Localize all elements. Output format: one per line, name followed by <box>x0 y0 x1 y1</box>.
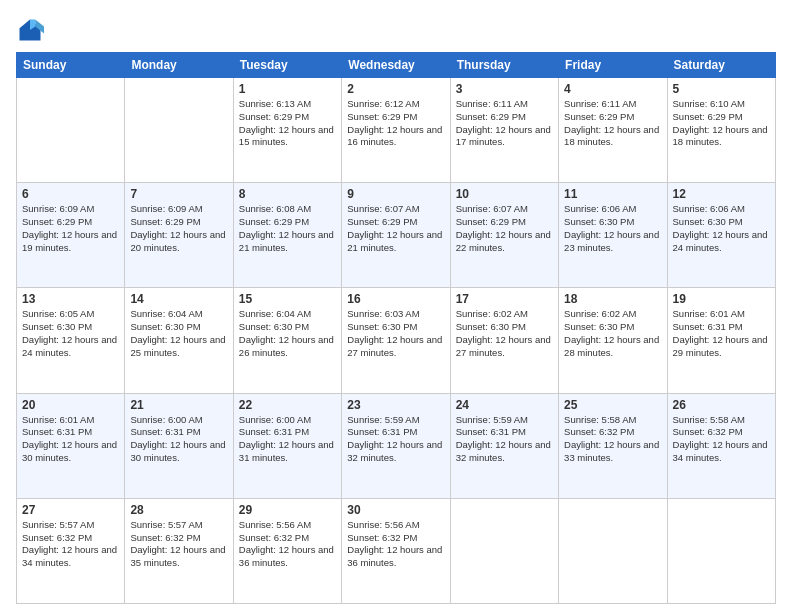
week-row-2: 6Sunrise: 6:09 AM Sunset: 6:29 PM Daylig… <box>17 183 776 288</box>
day-info: Sunrise: 6:02 AM Sunset: 6:30 PM Dayligh… <box>564 308 661 359</box>
day-number: 8 <box>239 187 336 201</box>
day-info: Sunrise: 5:58 AM Sunset: 6:32 PM Dayligh… <box>673 414 770 465</box>
day-info: Sunrise: 6:06 AM Sunset: 6:30 PM Dayligh… <box>564 203 661 254</box>
day-number: 19 <box>673 292 770 306</box>
day-number: 30 <box>347 503 444 517</box>
header-row: SundayMondayTuesdayWednesdayThursdayFrid… <box>17 53 776 78</box>
day-cell: 4Sunrise: 6:11 AM Sunset: 6:29 PM Daylig… <box>559 78 667 183</box>
col-header-wednesday: Wednesday <box>342 53 450 78</box>
day-number: 17 <box>456 292 553 306</box>
day-number: 16 <box>347 292 444 306</box>
day-number: 13 <box>22 292 119 306</box>
day-info: Sunrise: 6:09 AM Sunset: 6:29 PM Dayligh… <box>22 203 119 254</box>
day-number: 24 <box>456 398 553 412</box>
day-cell: 10Sunrise: 6:07 AM Sunset: 6:29 PM Dayli… <box>450 183 558 288</box>
day-info: Sunrise: 6:07 AM Sunset: 6:29 PM Dayligh… <box>456 203 553 254</box>
day-cell <box>125 78 233 183</box>
day-cell: 28Sunrise: 5:57 AM Sunset: 6:32 PM Dayli… <box>125 498 233 603</box>
day-number: 14 <box>130 292 227 306</box>
day-info: Sunrise: 6:08 AM Sunset: 6:29 PM Dayligh… <box>239 203 336 254</box>
day-info: Sunrise: 6:12 AM Sunset: 6:29 PM Dayligh… <box>347 98 444 149</box>
day-cell: 1Sunrise: 6:13 AM Sunset: 6:29 PM Daylig… <box>233 78 341 183</box>
day-number: 1 <box>239 82 336 96</box>
day-cell: 14Sunrise: 6:04 AM Sunset: 6:30 PM Dayli… <box>125 288 233 393</box>
day-cell <box>17 78 125 183</box>
day-cell <box>450 498 558 603</box>
day-cell: 24Sunrise: 5:59 AM Sunset: 6:31 PM Dayli… <box>450 393 558 498</box>
day-number: 21 <box>130 398 227 412</box>
col-header-friday: Friday <box>559 53 667 78</box>
day-number: 15 <box>239 292 336 306</box>
col-header-tuesday: Tuesday <box>233 53 341 78</box>
day-cell: 25Sunrise: 5:58 AM Sunset: 6:32 PM Dayli… <box>559 393 667 498</box>
day-info: Sunrise: 6:10 AM Sunset: 6:29 PM Dayligh… <box>673 98 770 149</box>
day-info: Sunrise: 5:57 AM Sunset: 6:32 PM Dayligh… <box>130 519 227 570</box>
day-cell: 16Sunrise: 6:03 AM Sunset: 6:30 PM Dayli… <box>342 288 450 393</box>
day-cell: 21Sunrise: 6:00 AM Sunset: 6:31 PM Dayli… <box>125 393 233 498</box>
day-cell: 11Sunrise: 6:06 AM Sunset: 6:30 PM Dayli… <box>559 183 667 288</box>
page: SundayMondayTuesdayWednesdayThursdayFrid… <box>0 0 792 612</box>
day-cell: 2Sunrise: 6:12 AM Sunset: 6:29 PM Daylig… <box>342 78 450 183</box>
day-number: 6 <box>22 187 119 201</box>
day-number: 22 <box>239 398 336 412</box>
day-number: 27 <box>22 503 119 517</box>
day-info: Sunrise: 6:05 AM Sunset: 6:30 PM Dayligh… <box>22 308 119 359</box>
day-cell: 17Sunrise: 6:02 AM Sunset: 6:30 PM Dayli… <box>450 288 558 393</box>
day-number: 4 <box>564 82 661 96</box>
col-header-saturday: Saturday <box>667 53 775 78</box>
day-cell: 19Sunrise: 6:01 AM Sunset: 6:31 PM Dayli… <box>667 288 775 393</box>
day-number: 25 <box>564 398 661 412</box>
day-cell: 5Sunrise: 6:10 AM Sunset: 6:29 PM Daylig… <box>667 78 775 183</box>
day-cell: 6Sunrise: 6:09 AM Sunset: 6:29 PM Daylig… <box>17 183 125 288</box>
day-cell: 22Sunrise: 6:00 AM Sunset: 6:31 PM Dayli… <box>233 393 341 498</box>
day-info: Sunrise: 6:04 AM Sunset: 6:30 PM Dayligh… <box>130 308 227 359</box>
day-cell <box>667 498 775 603</box>
logo-icon <box>16 16 44 44</box>
day-cell: 15Sunrise: 6:04 AM Sunset: 6:30 PM Dayli… <box>233 288 341 393</box>
col-header-monday: Monday <box>125 53 233 78</box>
day-info: Sunrise: 6:11 AM Sunset: 6:29 PM Dayligh… <box>456 98 553 149</box>
week-row-4: 20Sunrise: 6:01 AM Sunset: 6:31 PM Dayli… <box>17 393 776 498</box>
day-info: Sunrise: 6:02 AM Sunset: 6:30 PM Dayligh… <box>456 308 553 359</box>
day-number: 10 <box>456 187 553 201</box>
week-row-1: 1Sunrise: 6:13 AM Sunset: 6:29 PM Daylig… <box>17 78 776 183</box>
day-number: 3 <box>456 82 553 96</box>
day-info: Sunrise: 5:58 AM Sunset: 6:32 PM Dayligh… <box>564 414 661 465</box>
day-info: Sunrise: 6:06 AM Sunset: 6:30 PM Dayligh… <box>673 203 770 254</box>
day-number: 18 <box>564 292 661 306</box>
day-cell: 27Sunrise: 5:57 AM Sunset: 6:32 PM Dayli… <box>17 498 125 603</box>
day-info: Sunrise: 6:03 AM Sunset: 6:30 PM Dayligh… <box>347 308 444 359</box>
week-row-3: 13Sunrise: 6:05 AM Sunset: 6:30 PM Dayli… <box>17 288 776 393</box>
header <box>16 16 776 44</box>
day-number: 28 <box>130 503 227 517</box>
day-cell: 7Sunrise: 6:09 AM Sunset: 6:29 PM Daylig… <box>125 183 233 288</box>
day-info: Sunrise: 5:59 AM Sunset: 6:31 PM Dayligh… <box>456 414 553 465</box>
day-number: 12 <box>673 187 770 201</box>
day-info: Sunrise: 6:04 AM Sunset: 6:30 PM Dayligh… <box>239 308 336 359</box>
day-number: 20 <box>22 398 119 412</box>
day-number: 2 <box>347 82 444 96</box>
day-info: Sunrise: 6:07 AM Sunset: 6:29 PM Dayligh… <box>347 203 444 254</box>
day-info: Sunrise: 6:09 AM Sunset: 6:29 PM Dayligh… <box>130 203 227 254</box>
day-number: 9 <box>347 187 444 201</box>
day-number: 29 <box>239 503 336 517</box>
logo <box>16 16 48 44</box>
day-cell <box>559 498 667 603</box>
day-number: 26 <box>673 398 770 412</box>
week-row-5: 27Sunrise: 5:57 AM Sunset: 6:32 PM Dayli… <box>17 498 776 603</box>
col-header-thursday: Thursday <box>450 53 558 78</box>
day-number: 11 <box>564 187 661 201</box>
day-number: 23 <box>347 398 444 412</box>
day-cell: 3Sunrise: 6:11 AM Sunset: 6:29 PM Daylig… <box>450 78 558 183</box>
day-cell: 9Sunrise: 6:07 AM Sunset: 6:29 PM Daylig… <box>342 183 450 288</box>
day-cell: 12Sunrise: 6:06 AM Sunset: 6:30 PM Dayli… <box>667 183 775 288</box>
col-header-sunday: Sunday <box>17 53 125 78</box>
day-cell: 8Sunrise: 6:08 AM Sunset: 6:29 PM Daylig… <box>233 183 341 288</box>
day-info: Sunrise: 5:57 AM Sunset: 6:32 PM Dayligh… <box>22 519 119 570</box>
day-info: Sunrise: 6:11 AM Sunset: 6:29 PM Dayligh… <box>564 98 661 149</box>
day-info: Sunrise: 6:13 AM Sunset: 6:29 PM Dayligh… <box>239 98 336 149</box>
day-cell: 13Sunrise: 6:05 AM Sunset: 6:30 PM Dayli… <box>17 288 125 393</box>
day-cell: 29Sunrise: 5:56 AM Sunset: 6:32 PM Dayli… <box>233 498 341 603</box>
day-info: Sunrise: 5:56 AM Sunset: 6:32 PM Dayligh… <box>347 519 444 570</box>
day-info: Sunrise: 6:00 AM Sunset: 6:31 PM Dayligh… <box>239 414 336 465</box>
